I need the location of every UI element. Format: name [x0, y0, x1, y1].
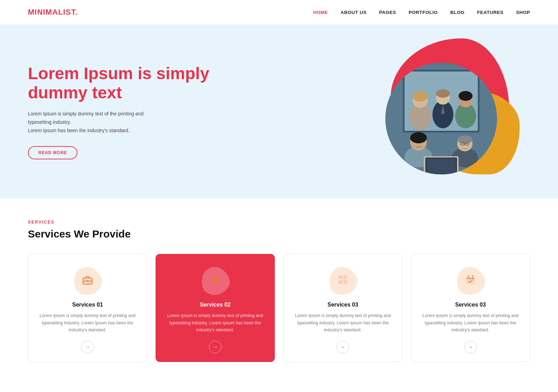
card-title-03b: Services 03	[455, 302, 486, 308]
hero-section: Lorem Ipsum is simply dummy text Lorem I…	[0, 24, 558, 199]
service-card-03b: Services 03 Lorem Ipsum is simply dummy …	[411, 254, 530, 362]
card-title-02: Services 02	[200, 302, 231, 308]
hero-title: Lorem Ipsum is simply dummy text	[28, 64, 213, 102]
card-arrow-03a[interactable]: →	[337, 341, 349, 353]
card-title-03a: Services 03	[327, 302, 358, 308]
card-title-01: Services 01	[72, 302, 103, 308]
svg-rect-29	[339, 276, 342, 279]
card-icon-wrap-02	[201, 267, 229, 295]
svg-rect-24	[426, 158, 456, 174]
card-icon-wrap-03b	[457, 267, 484, 295]
card-arrow-02[interactable]: →	[209, 341, 221, 353]
services-grid: Services 01 Lorem Ipsum is simply dummy …	[28, 254, 530, 362]
svg-point-9	[436, 89, 450, 98]
logo[interactable]: MINIMALIST.	[28, 8, 78, 17]
card-desc-01: Lorem Ipsum is simply dummy text of prin…	[37, 312, 138, 334]
nav-shop[interactable]: SHOP	[516, 10, 530, 15]
nav-home[interactable]: HOME	[313, 10, 328, 15]
hero-left: Lorem Ipsum is simply dummy text Lorem I…	[28, 64, 213, 159]
svg-rect-31	[339, 280, 342, 284]
services-title: Services We Provide	[28, 228, 530, 240]
nav-about[interactable]: ABOUT US	[340, 10, 367, 15]
hero-description: Lorem Ipsum is simply dummy text of the …	[28, 110, 167, 135]
nav-portfolio[interactable]: PORTFOLIO	[409, 10, 438, 15]
nav-features[interactable]: FEATURES	[477, 10, 504, 15]
grid-icon	[338, 275, 348, 287]
svg-point-12	[459, 91, 473, 101]
svg-point-5	[413, 91, 428, 101]
hero-image	[385, 63, 497, 174]
card-desc-02: Lorem Ipsum is simply dummy text of prin…	[164, 312, 266, 334]
card-icon-wrap-01	[74, 267, 101, 295]
svg-rect-30	[344, 276, 347, 279]
briefcase-icon	[82, 275, 93, 287]
service-card-01: Services 01 Lorem Ipsum is simply dummy …	[28, 254, 147, 362]
team-illustration	[385, 63, 497, 174]
card-desc-03b: Lorem Ipsum is simply dummy text of prin…	[420, 312, 521, 334]
svg-rect-33	[466, 277, 475, 284]
svg-rect-32	[344, 280, 347, 284]
header: MINIMALIST. HOME ABOUT US PAGES PORTFOLI…	[0, 0, 558, 24]
card-arrow-01[interactable]: →	[81, 341, 94, 353]
logo-text: MINIMALIST	[28, 8, 75, 16]
card-desc-03a: Lorem Ipsum is simply dummy text of prin…	[292, 312, 394, 334]
nav-blog[interactable]: BLOG	[450, 10, 465, 15]
calendar-check-icon	[466, 275, 475, 287]
nav: HOME ABOUT US PAGES PORTFOLIO BLOG FEATU…	[313, 10, 530, 15]
service-card-03a: Services 03 Lorem Ipsum is simply dummy …	[283, 254, 402, 362]
megaphone-icon	[210, 275, 220, 287]
services-section: SERVICES Services We Provide Services 01…	[0, 199, 558, 390]
team-photo	[385, 63, 497, 174]
card-icon-wrap-03a	[329, 267, 357, 295]
hero-right	[213, 45, 530, 178]
svg-point-18	[457, 135, 473, 144]
services-label: SERVICES	[28, 220, 530, 225]
read-more-button[interactable]: READ MORE	[28, 146, 77, 159]
svg-rect-28	[87, 280, 88, 282]
svg-point-15	[410, 132, 427, 143]
nav-pages[interactable]: PAGES	[379, 10, 396, 15]
service-card-02: Services 02 Lorem Ipsum is simply dummy …	[156, 254, 275, 362]
logo-dot: .	[75, 8, 78, 16]
card-arrow-03b[interactable]: →	[464, 341, 477, 353]
